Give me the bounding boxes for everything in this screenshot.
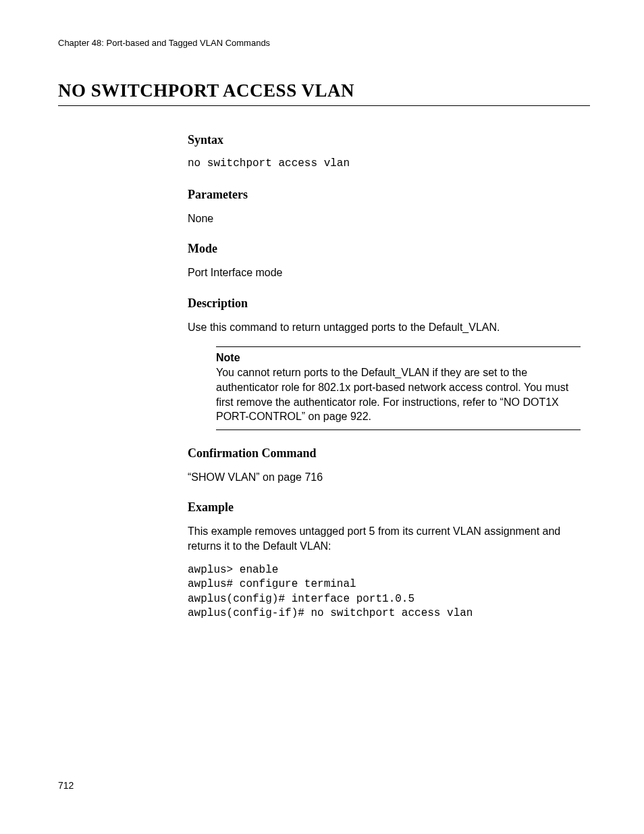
- example-code: awplus> enable awplus# configure termina…: [188, 563, 586, 621]
- title-rule: [58, 105, 590, 106]
- confirmation-text: “SHOW VLAN” on page 716: [188, 470, 586, 485]
- heading-mode: Mode: [188, 242, 586, 256]
- note-block: Note You cannot return ports to the Defa…: [216, 346, 581, 429]
- note-body: You cannot return ports to the Default_V…: [216, 365, 581, 423]
- document-page: Chapter 48: Port-based and Tagged VLAN C…: [0, 0, 644, 621]
- syntax-code: no switchport access vlan: [188, 157, 586, 172]
- heading-confirmation: Confirmation Command: [188, 446, 586, 461]
- mode-text: Port Interface mode: [188, 265, 586, 280]
- page-title: NO SWITCHPORT ACCESS VLAN: [58, 80, 590, 101]
- chapter-header: Chapter 48: Port-based and Tagged VLAN C…: [58, 38, 590, 48]
- heading-description: Description: [188, 296, 586, 311]
- content-body: Syntax no switchport access vlan Paramet…: [188, 133, 586, 621]
- example-text: This example removes untagged port 5 fro…: [188, 524, 586, 553]
- note-label: Note: [216, 352, 581, 364]
- heading-syntax: Syntax: [188, 133, 586, 147]
- description-text: Use this command to return untagged port…: [188, 320, 586, 335]
- heading-parameters: Parameters: [188, 188, 586, 202]
- page-number: 712: [58, 780, 74, 791]
- parameters-text: None: [188, 211, 586, 226]
- heading-example: Example: [188, 500, 586, 515]
